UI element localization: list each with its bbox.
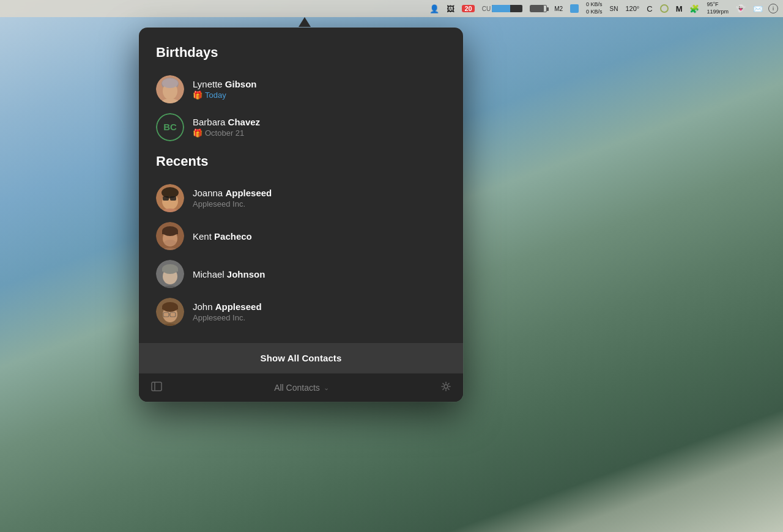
svg-rect-11 [170, 196, 176, 201]
settings-gear-icon[interactable] [441, 382, 451, 394]
all-contacts-dropdown[interactable]: All Contacts ⌄ [274, 383, 329, 393]
menubar-puzzle[interactable]: 🧩 [688, 4, 701, 13]
all-contacts-label: All Contacts [274, 383, 320, 393]
avatar-michael [156, 260, 184, 288]
menubar-sn[interactable]: SN [608, 6, 620, 12]
svg-text:BC: BC [163, 122, 177, 132]
svg-point-3 [162, 78, 178, 88]
kent-name: Kent Pacheco [193, 231, 252, 242]
joanna-company: Appleseed Inc. [193, 199, 272, 209]
menubar-mem[interactable]: M2 [552, 6, 565, 12]
barbara-info: Barbara Chavez 🎁 October 21 [193, 117, 260, 138]
contact-michael-johnson[interactable]: Michael Johnson [156, 255, 446, 293]
kent-info: Kent Pacheco [193, 231, 252, 242]
john-company: Appleseed Inc. [193, 313, 262, 322]
svg-rect-23 [162, 268, 178, 272]
avatar-john [156, 298, 184, 326]
contact-john-appleseed[interactable]: John Appleseed Appleseed Inc. [156, 293, 446, 331]
joanna-name: Joanna Appleseed [193, 188, 272, 198]
sidebar-toggle-icon[interactable] [151, 381, 162, 394]
menubar-battery[interactable] [528, 5, 549, 12]
contact-lynette-gibson[interactable]: Lynette Gibson 🎁 Today [156, 70, 446, 108]
avatar-joanna [156, 184, 184, 212]
menubar-circle[interactable] [658, 4, 670, 13]
michael-info: Michael Johnson [193, 269, 265, 279]
menubar-cpu[interactable]: CU [480, 5, 524, 12]
barbara-name: Barbara Chavez [193, 117, 260, 127]
menubar-contacts[interactable]: 👤 [428, 4, 441, 13]
menubar-m[interactable]: M [674, 4, 685, 13]
menubar-c[interactable]: C [645, 4, 654, 13]
menubar-mail[interactable]: ✉️ [751, 4, 765, 13]
contact-joanna-appleseed[interactable]: Joanna Appleseed Appleseed Inc. [156, 179, 446, 217]
svg-rect-33 [152, 382, 161, 391]
svg-point-18 [164, 240, 176, 246]
menubar-network[interactable]: 0 KB/s0 KB/s [584, 1, 604, 15]
joanna-info: Joanna Appleseed Appleseed Inc. [193, 188, 272, 209]
svg-rect-28 [162, 306, 178, 309]
menubar-calendar[interactable]: 20 [460, 5, 476, 12]
birthdays-header: Birthdays [156, 45, 446, 61]
lynette-date: 🎁 Today [193, 91, 257, 100]
chevron-down-icon: ⌄ [324, 384, 329, 392]
menubar-temp2[interactable]: 95°F1199rpm [705, 1, 730, 15]
gift-icon-2: 🎁 [193, 128, 202, 138]
svg-point-32 [159, 323, 181, 326]
svg-point-24 [159, 286, 181, 288]
menubar-info[interactable]: i [768, 4, 778, 13]
show-all-contacts-button[interactable]: Show All Contacts [139, 343, 463, 373]
john-name: John Appleseed [193, 301, 262, 312]
avatar-lynette [156, 75, 184, 103]
gift-icon: 🎁 [193, 91, 202, 100]
avatar-barbara: BC [156, 113, 184, 141]
popup-arrow [299, 17, 311, 27]
popup-footer: All Contacts ⌄ [139, 373, 463, 402]
popup-content: Birthdays Lynette Gibs [139, 28, 463, 373]
lynette-info: Lynette Gibson 🎁 Today [193, 79, 257, 100]
john-info: John Appleseed Appleseed Inc. [193, 301, 262, 322]
avatar-kent [156, 222, 184, 250]
svg-rect-10 [163, 196, 169, 201]
barbara-date: 🎁 October 21 [193, 128, 260, 138]
svg-point-35 [444, 385, 448, 388]
contact-kent-pacheco[interactable]: Kent Pacheco [156, 217, 446, 255]
svg-rect-17 [162, 231, 178, 234]
menubar: 👤 🖼 20 CU M2 0 KB/s0 KB/s SN 120° C M 🧩 … [0, 0, 783, 17]
lynette-name: Lynette Gibson [193, 79, 257, 89]
menubar-storage[interactable] [568, 4, 581, 13]
menubar-photo[interactable]: 🖼 [445, 4, 456, 13]
menubar-temp[interactable]: 120° [623, 5, 641, 12]
recents-header: Recents [156, 153, 446, 169]
contacts-popup: Birthdays Lynette Gibs [139, 28, 463, 402]
menubar-ghost[interactable]: 👻 [734, 4, 748, 13]
svg-point-19 [159, 248, 181, 250]
michael-name: Michael Johnson [193, 269, 265, 279]
contact-barbara-chavez[interactable]: BC Barbara Chavez 🎁 October 21 [156, 108, 446, 146]
